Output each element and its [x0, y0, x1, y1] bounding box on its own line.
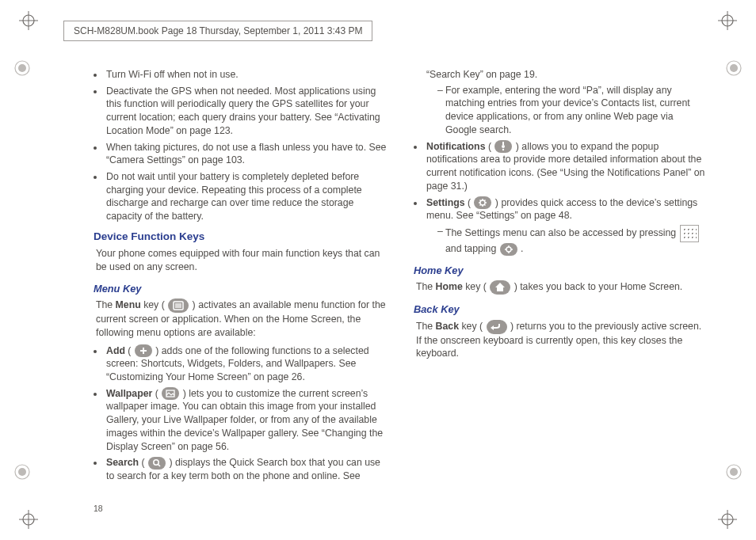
menu-key-icon [168, 299, 189, 313]
menu-options-list: Add ( ) adds one of the following functi… [94, 344, 387, 384]
home-key-paragraph: The Home key ( ) takes you back to your … [414, 280, 707, 295]
list-item: Turn Wi-Fi off when not in use. [105, 68, 387, 82]
binder-ring-icon [726, 464, 742, 480]
document-header: SCH-M828UM.book Page 18 Thursday, Septem… [63, 21, 372, 41]
binder-ring-icon [14, 60, 30, 76]
crop-mark-tr [718, 11, 737, 30]
list-item: The Settings menu can also be accessed b… [437, 225, 707, 256]
list-item: Add ( ) adds one of the following functi… [105, 344, 387, 384]
list-item: Do not wait until your battery is comple… [105, 170, 387, 223]
section-paragraph: Your phone comes equipped with four main… [94, 247, 387, 273]
menu-key-paragraph: The Menu key ( ) activates an available … [94, 299, 387, 339]
svg-line-38 [484, 204, 486, 206]
section-heading: Device Function Keys [94, 230, 387, 244]
list-item: Wallpaper ( ) lets you to customize the … [105, 387, 387, 454]
svg-line-40 [480, 204, 482, 206]
back-key-icon [487, 320, 507, 334]
search-sublist: For example, entering the word “Pa”, wil… [426, 84, 707, 137]
tips-list: Turn Wi-Fi off when not in use. Deactiva… [94, 68, 387, 223]
svg-marker-46 [495, 283, 505, 291]
svg-point-19 [730, 468, 738, 476]
subsection-heading-menu: Menu Key [94, 282, 387, 295]
svg-line-39 [484, 200, 486, 202]
search-icon [148, 457, 166, 470]
list-item: Settings ( ) provides quick access to th… [425, 196, 707, 256]
add-icon [135, 344, 152, 357]
home-key-icon [490, 280, 510, 295]
apps-grid-icon [680, 225, 699, 242]
binder-ring-icon [14, 464, 30, 480]
svg-point-30 [502, 149, 504, 150]
crop-mark-tl [19, 11, 38, 30]
page-number: 18 [94, 504, 103, 513]
list-item: For example, entering the word “Pa”, wil… [437, 84, 707, 137]
subsection-heading-back: Back Key [414, 302, 707, 316]
svg-point-29 [502, 145, 505, 148]
notifications-icon [494, 140, 512, 153]
settings-icon [474, 196, 491, 209]
svg-point-13 [18, 64, 26, 72]
svg-line-37 [480, 200, 482, 202]
svg-point-41 [506, 247, 511, 252]
svg-line-28 [158, 464, 160, 466]
list-item: When taking pictures, do not use a flash… [105, 141, 387, 167]
page-body: Turn Wi-Fi off when not in use. Deactiva… [94, 68, 707, 492]
svg-point-17 [730, 64, 738, 72]
wallpaper-icon [162, 387, 179, 400]
binder-ring-icon [726, 60, 742, 76]
subsection-heading-home: Home Key [414, 264, 707, 277]
list-item: Deactivate the GPS when not needed. Most… [105, 85, 387, 138]
header-text: SCH-M828UM.book Page 18 Thursday, Septem… [74, 25, 362, 36]
svg-point-27 [154, 460, 158, 465]
settings-icon [500, 243, 517, 256]
settings-sublist: The Settings menu can also be accessed b… [426, 225, 707, 256]
crop-mark-br [718, 510, 737, 529]
svg-point-15 [18, 468, 26, 476]
back-key-paragraph: The Back key ( ) returns you to the prev… [414, 320, 707, 360]
crop-mark-bl [19, 510, 38, 529]
list-item: Notifications ( ) allows you to expand t… [425, 140, 707, 193]
